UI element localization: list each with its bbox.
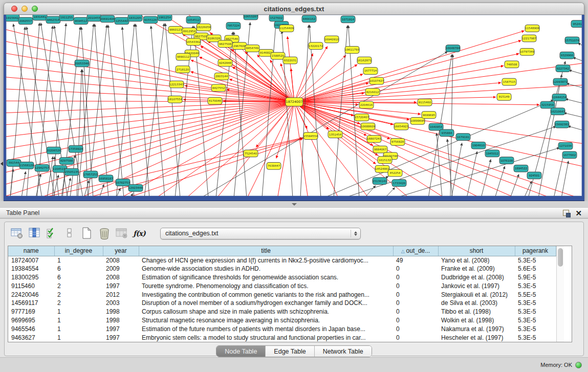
graph-node[interactable]: 8454749 [245, 45, 259, 52]
table-cell[interactable]: 5.3E-5 [515, 281, 556, 290]
table-cell[interactable]: Estimation of the future numbers of pati… [139, 324, 393, 333]
table-cell[interactable]: 5.3E-5 [515, 308, 556, 316]
graph-node[interactable]: 16210643 [551, 108, 565, 115]
select-column-button[interactable] [27, 226, 42, 240]
graph-node[interactable]: 17359924 [69, 145, 83, 152]
table-cell[interactable]: 2 [54, 299, 103, 308]
table-cell[interactable]: Investigating the contribution of common… [139, 290, 393, 299]
table-cell[interactable]: 5.3E-5 [515, 324, 556, 333]
table-cell[interactable]: 5.3E-5 [515, 256, 556, 265]
table-cell[interactable]: 2012 [103, 290, 139, 299]
tab-node-table[interactable]: Node Table [216, 346, 266, 357]
graph-node[interactable]: 20053346 [75, 60, 90, 67]
graph-node[interactable]: 2010455 [87, 15, 101, 21]
graph-node[interactable]: 10688609 [361, 123, 376, 130]
graph-node[interactable]: 19611793 [345, 47, 360, 54]
table-cell[interactable]: Genome-wide association studies in ADHD. [139, 265, 393, 273]
graph-node[interactable]: 18226058 [197, 24, 211, 31]
graph-node[interactable]: 1076108 [499, 157, 514, 164]
table-cell[interactable]: 2008 [103, 273, 139, 282]
table-cell[interactable]: Stergiakouli et al. (2012) [438, 290, 515, 299]
graph-node[interactable]: 11568129 [19, 162, 34, 169]
graph-node[interactable]: 8427552 [211, 84, 226, 92]
graph-node[interactable]: 12217987 [522, 35, 536, 42]
graph-node[interactable]: 13220172 [309, 42, 323, 50]
delete-table-button[interactable] [97, 226, 112, 240]
graph-node[interactable]: 7957224 [226, 23, 241, 30]
graph-node[interactable]: 2967608 [232, 42, 247, 50]
graph-node[interactable]: 3215958 [540, 101, 555, 108]
table-cell[interactable]: 1 [54, 316, 103, 325]
table-cell[interactable]: 5.9E-5 [515, 273, 556, 282]
panel-splitter[interactable] [0, 201, 588, 207]
graph-node[interactable]: 18107554 [168, 96, 183, 103]
graph-node[interactable]: 2718120 [176, 66, 190, 73]
graph-node[interactable]: 1679191 [456, 134, 470, 141]
graph-node[interactable]: 7524540 [244, 150, 258, 157]
graph-node[interactable]: 1271034 [558, 142, 573, 149]
graph-node[interactable]: 952411 [571, 20, 582, 28]
table-cell[interactable]: Tourette syndrome. Phenomenology and cla… [139, 281, 393, 290]
table-row[interactable]: 977716911998Corpus callosum shape and si… [8, 308, 556, 316]
table-cell[interactable]: 9115460 [8, 281, 54, 290]
graph-node[interactable]: 16654923 [394, 123, 409, 130]
graph-node[interactable]: 11548908 [525, 25, 540, 32]
graph-node[interactable]: 9827508 [218, 40, 232, 48]
table-cell[interactable]: 1997 [103, 281, 139, 290]
table-row[interactable]: 946362711997Embryonic stem cells: a mode… [8, 333, 556, 342]
graph-node[interactable]: 4170046 [208, 97, 222, 104]
table-cell[interactable]: 2003 [103, 299, 139, 308]
table-row[interactable]: 1830029562008Estimation of significance … [8, 273, 556, 282]
table-cell[interactable]: 6 [54, 265, 103, 273]
tab-edge-table[interactable]: Edge Table [266, 346, 314, 357]
graph-node[interactable]: 748508 [505, 61, 519, 68]
column-header-name[interactable]: name [8, 246, 54, 256]
graph-node[interactable]: 12093872 [553, 78, 568, 85]
float-panel-icon[interactable] [563, 210, 569, 216]
unselect-all-button[interactable] [62, 226, 77, 240]
table-cell[interactable]: 9699695 [8, 316, 54, 325]
graph-node[interactable]: 10653287 [244, 15, 258, 20]
table-cell[interactable]: 2008 [103, 256, 139, 265]
graph-node[interactable]: 1587515 [502, 78, 516, 85]
table-cell[interactable]: Embryonic stem cells: a model to study s… [139, 333, 393, 342]
graph-node[interactable]: 20206526 [47, 147, 61, 154]
graph-node[interactable]: 9860123 [168, 26, 183, 33]
graph-node[interactable]: 924501 [527, 172, 541, 179]
graph-node[interactable]: 1527602 [269, 15, 284, 21]
table-cell[interactable]: Structural magnetic resonance image aver… [139, 316, 393, 325]
table-row[interactable]: 1938455462009Genome-wide association stu… [8, 265, 556, 273]
graph-node[interactable]: 1615132 [378, 157, 392, 164]
table-row[interactable]: 946554611997Estimation of the future num… [8, 324, 556, 333]
table-cell[interactable]: 0 [393, 333, 438, 342]
table-cell[interactable]: 6 [54, 273, 103, 282]
graph-node[interactable]: 2060557 [18, 17, 33, 25]
table-cell[interactable]: 5.6E-5 [515, 265, 556, 273]
table-cell[interactable]: 22420046 [8, 290, 54, 299]
graph-node[interactable]: 1894522 [514, 165, 528, 172]
table-cell[interactable]: Tibbo et al. (1998) [438, 308, 515, 316]
column-header-short[interactable]: short [438, 246, 515, 256]
collapse-panel-arrow-icon[interactable] [1, 162, 3, 166]
graph-node[interactable]: 1733426 [392, 180, 406, 187]
citation-network-graph[interactable]: 1915642206055718314419462314191125596945… [6, 15, 582, 196]
table-cell[interactable]: 1998 [103, 316, 139, 325]
table-cell[interactable]: 0 [393, 265, 438, 273]
graph-node[interactable]: 9699695 [422, 112, 436, 119]
table-cell[interactable]: 9777169 [8, 308, 54, 316]
graph-node[interactable]: 9756928 [390, 139, 405, 146]
table-row[interactable]: 1872400712008Changes of HCN gene express… [8, 256, 556, 265]
table-cell[interactable]: 14569117 [8, 299, 54, 308]
graph-node[interactable]: 9884067 [373, 146, 387, 153]
graph-node[interactable]: 16648784 [446, 45, 461, 52]
new-table-button[interactable] [79, 226, 95, 240]
graph-node[interactable]: 15751074 [565, 37, 580, 44]
table-cell[interactable]: 1997 [103, 324, 139, 333]
graph-node[interactable]: 10107427 [369, 77, 384, 84]
column-header-title[interactable]: title [139, 246, 393, 256]
graph-node[interactable]: 1677714 [363, 68, 378, 75]
table-cell[interactable]: 1997 [103, 333, 139, 342]
graph-node[interactable]: 15692381 [555, 121, 569, 128]
column-header-in_degree[interactable]: in_degree [54, 246, 103, 256]
graph-node[interactable]: 16782753 [116, 179, 130, 186]
